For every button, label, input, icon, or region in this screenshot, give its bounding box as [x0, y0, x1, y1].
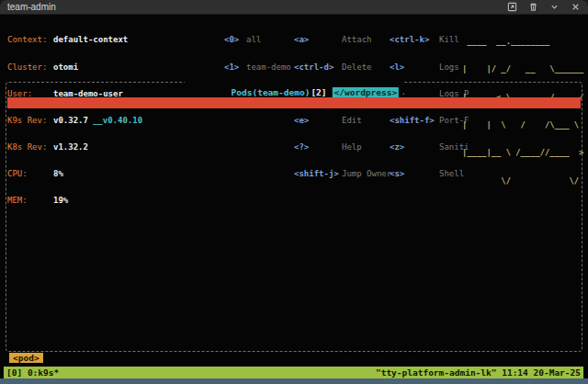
- chevron-down-icon[interactable]: [549, 2, 560, 12]
- info-cluster: Cluster:otomi: [7, 63, 142, 73]
- info-context: Context:default-context: [7, 36, 142, 45]
- trash-icon[interactable]: [528, 2, 538, 12]
- table-row-wordpress-mysql[interactable]: wordpress-mysql-0 _ 2/2 Running 0 11 569…: [7, 109, 581, 120]
- popout-icon[interactable]: [507, 2, 517, 12]
- tmux-status-bar: [0] 0:k9s* "tty-platform-admin-lk" 11:14…: [4, 367, 583, 378]
- terminal-window: team-admin Context:default-context Clust…: [0, 0, 588, 384]
- ns-all: <0>all: [224, 36, 291, 45]
- window-bottom-edge: [0, 378, 588, 384]
- close-icon[interactable]: [571, 2, 581, 12]
- window-title: team-admin: [7, 2, 56, 12]
- tmux-session-windows[interactable]: [0] 0:k9s*: [6, 367, 59, 378]
- breadcrumb-pod[interactable]: <pod>: [9, 353, 43, 363]
- ns-team-demo: <1>team-demo: [224, 63, 291, 73]
- shortcut-logs: <l>Logs: [390, 63, 469, 73]
- shortcut-kill: <ctrl-k>Kill: [390, 36, 469, 45]
- shortcut-delete: <ctrl-d>Delete: [294, 63, 391, 73]
- window-controls: [507, 2, 581, 12]
- terminal-screen[interactable]: Context:default-context Cluster:otomi Us…: [0, 16, 588, 384]
- title-bar: team-admin: [0, 0, 588, 15]
- shortcut-attach: <a>Attach: [294, 36, 391, 45]
- pods-table: Pods(team-demo)[2]</wordpress> NAME_ PF …: [6, 82, 582, 352]
- tmux-host-clock: "tty-platform-admin-lk" 11:14 20-Mar-25: [376, 367, 581, 378]
- table-row-selected-wordpress[interactable]: wordpress-5b45cf988-ql8zf 1/2 CrashLoopB…: [7, 97, 581, 108]
